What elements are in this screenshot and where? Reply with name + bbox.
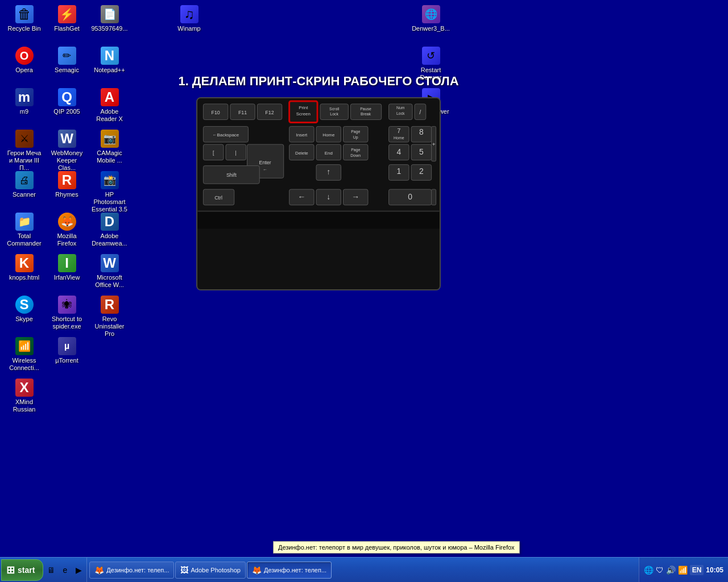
svg-text:7: 7 bbox=[397, 127, 400, 134]
svg-text:F10: F10 bbox=[212, 110, 220, 115]
svg-rect-48 bbox=[343, 144, 367, 160]
svg-text:Break: Break bbox=[361, 112, 371, 116]
taskbar-dezinfo-icon: 🦊 bbox=[252, 566, 262, 575]
rhymes-label: Rhymes bbox=[55, 191, 78, 198]
network-tray-icon[interactable]: 🌐 bbox=[644, 566, 653, 575]
desktop-icon-953[interactable]: 📄 953597649... bbox=[88, 3, 131, 35]
total-commander-icon: 📁 bbox=[15, 213, 34, 231]
desktop-icon-firefox[interactable]: 🦊 Mozilla Firefox bbox=[46, 210, 88, 250]
skype-label: Skype bbox=[15, 315, 33, 323]
desktop-icon-skype[interactable]: S Skype bbox=[3, 293, 46, 325]
m9-label: m9 bbox=[20, 108, 28, 115]
desktop-icon-denwer3[interactable]: 🌐 Denwer3_B... bbox=[410, 3, 452, 35]
firefox-label: Mozilla Firefox bbox=[48, 232, 86, 247]
svg-text:Page: Page bbox=[351, 148, 360, 152]
svg-rect-73 bbox=[432, 189, 436, 205]
svg-text:Home: Home bbox=[322, 132, 335, 138]
svg-text:2: 2 bbox=[419, 167, 424, 176]
desktop-icon-scanner[interactable]: 🖨 Scanner bbox=[3, 169, 46, 201]
webmoney-icon: W bbox=[58, 130, 76, 148]
svg-text:4: 4 bbox=[396, 147, 401, 156]
notepadpp-label: Notepad++ bbox=[94, 66, 125, 74]
desktop-icon-xmind[interactable]: X XMind Russian bbox=[3, 376, 46, 415]
revo-label: Revo Uninstaller Pro bbox=[90, 315, 129, 338]
svg-text:Delete: Delete bbox=[295, 151, 308, 156]
media-player-icon[interactable]: ▶ bbox=[73, 564, 84, 576]
svg-text:←: ← bbox=[297, 192, 305, 201]
system-clock[interactable]: 10:05 bbox=[706, 566, 723, 574]
taskbar-item-firefox1[interactable]: 🦊 Дезинфо.нет: телеп... bbox=[89, 562, 174, 579]
qip-icon: Q bbox=[58, 88, 76, 106]
svg-text:Pause: Pause bbox=[360, 107, 371, 111]
start-button[interactable]: ⊞ start bbox=[1, 559, 43, 581]
svg-text:Enter: Enter bbox=[259, 160, 271, 165]
tooltip-text: Дезинфо.нет: телепорт в мир девушек, при… bbox=[278, 544, 515, 551]
taskbar-item-photoshop[interactable]: 🖼 Adobe Photoshop bbox=[175, 562, 245, 579]
desktop-icon-semagic[interactable]: ✏ Semagic bbox=[46, 44, 88, 76]
recycle-bin-label: Recycle Bin bbox=[7, 25, 40, 32]
desktop-icon-recycle-bin[interactable]: 🗑 Recycle Bin bbox=[3, 3, 46, 35]
svg-text:Up: Up bbox=[353, 135, 358, 140]
quick-launch-bar: 🖥 e ▶ bbox=[43, 558, 87, 582]
desktop-icon-dreamweaver[interactable]: D Adobe Dreamwea... bbox=[88, 210, 131, 250]
svg-text:1: 1 bbox=[396, 167, 401, 176]
recycle-bin-icon: 🗑 bbox=[15, 5, 34, 23]
desktop-icon-camagic[interactable]: 📷 CAMagic Mobile ... bbox=[88, 127, 131, 167]
desktop-icon-qip[interactable]: Q QIP 2005 bbox=[46, 86, 88, 118]
desktop-icon-shortcut[interactable]: 🕷 Shortcut to spider.exe bbox=[46, 293, 88, 332]
desktop-icon-hp-photos[interactable]: 📸 HP Photosmart Essential 3.5 bbox=[88, 169, 131, 216]
svg-text:←Backspace: ←Backspace bbox=[213, 132, 239, 138]
desktop-icon-irfanview[interactable]: I IrfanView bbox=[46, 252, 88, 284]
desktop-icon-opera[interactable]: O Opera bbox=[3, 44, 46, 76]
svg-text:Insert: Insert bbox=[296, 132, 308, 138]
semagic-label: Semagic bbox=[55, 66, 79, 74]
taskbar-photoshop-label: Adobe Photoshop bbox=[191, 567, 240, 573]
irfanview-icon: I bbox=[58, 254, 76, 272]
desktop-icon-flashget[interactable]: ⚡ FlashGet bbox=[46, 3, 88, 35]
desktop-icon-revo[interactable]: R Revo Uninstaller Pro bbox=[88, 293, 131, 340]
taskbar-item-dezinfo[interactable]: 🦊 Дезинфо.нет: телеп... bbox=[247, 562, 332, 579]
language-indicator[interactable]: EN bbox=[690, 565, 704, 575]
svg-text:↑: ↑ bbox=[326, 167, 330, 176]
security-tray-icon[interactable]: 🛡 bbox=[656, 566, 664, 575]
desktop-icon-notepadpp[interactable]: N Notepad++ bbox=[88, 44, 131, 76]
desktop-icon-total-commander[interactable]: 📁 Total Commander bbox=[3, 210, 46, 250]
desktop-icon-dlink[interactable]: 📶 Wireless Connecti... bbox=[3, 335, 46, 374]
knops-label: knops.html bbox=[9, 274, 39, 281]
desktop-icon-msoffice[interactable]: W Microsoft Office W... bbox=[88, 252, 131, 291]
flashget-label: FlashGet bbox=[54, 25, 80, 32]
signal-tray-icon[interactable]: 📶 bbox=[678, 566, 688, 575]
desktop-icon-adobe-reader[interactable]: A Adobe Reader X bbox=[88, 86, 131, 125]
svg-text:Down: Down bbox=[350, 153, 361, 157]
scanner-label: Scanner bbox=[13, 191, 36, 198]
desktop-icon-rhymes[interactable]: R Rhymes bbox=[46, 169, 88, 201]
irfanview-label: IrfanView bbox=[54, 274, 80, 281]
volume-tray-icon[interactable]: 🔊 bbox=[666, 566, 676, 575]
desktop-icon-utorrent[interactable]: µ µTorrent bbox=[46, 335, 88, 367]
instruction-title: 1. ДЕЛАЕМ ПРИНТ-СКРИН РАБОЧЕГО СТОЛА bbox=[154, 74, 483, 89]
desktop-icon-knops[interactable]: K knops.html bbox=[3, 252, 46, 284]
dreamweaver-label: Adobe Dreamwea... bbox=[90, 232, 129, 247]
show-desktop-icon[interactable]: 🖥 bbox=[46, 564, 57, 576]
svg-text:+: + bbox=[432, 141, 436, 147]
scanner-icon: 🖨 bbox=[15, 171, 34, 189]
adobe-reader-label: Adobe Reader X bbox=[90, 108, 129, 123]
total-commander-label: Total Commander bbox=[5, 232, 43, 247]
desktop-icon-heroes[interactable]: ⚔ Герои Меча и Магии III П... bbox=[3, 127, 46, 174]
dreamweaver-icon: D bbox=[101, 213, 119, 231]
start-label: start bbox=[18, 566, 35, 575]
desktop-icon-winamp[interactable]: ♫ Winamp bbox=[168, 3, 210, 35]
desktop-icon-m9[interactable]: m m9 bbox=[3, 86, 46, 118]
svg-text:Lock: Lock bbox=[396, 111, 405, 115]
camagic-label: CAMagic Mobile ... bbox=[90, 149, 129, 164]
desktop-icon-webmoney[interactable]: W WebMoney Keeper Clas... bbox=[46, 127, 88, 174]
knops-icon: K bbox=[15, 254, 34, 272]
flashget-icon: ⚡ bbox=[58, 5, 76, 23]
taskbar-photoshop-icon: 🖼 bbox=[180, 566, 188, 575]
hp-photos-icon: 📸 bbox=[101, 171, 119, 189]
svg-text:End: End bbox=[325, 151, 333, 156]
svg-text:5: 5 bbox=[419, 147, 424, 156]
ie-icon[interactable]: e bbox=[59, 564, 71, 576]
svg-text:F12: F12 bbox=[265, 110, 274, 115]
svg-text:Num: Num bbox=[396, 106, 405, 110]
